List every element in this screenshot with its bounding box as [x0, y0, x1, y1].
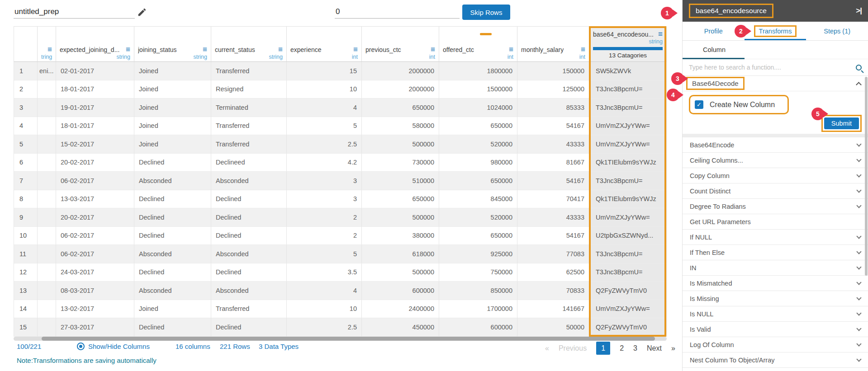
previous-button[interactable]: Previous: [559, 344, 587, 352]
table-row[interactable]: 1413-02-2017JoinedTransferred10240000017…: [14, 300, 667, 319]
table-row[interactable]: 319-01-2017JoinedTerminated4650000102400…: [14, 99, 667, 117]
column-type-label: int: [290, 54, 358, 60]
column-header-joining-status[interactable]: joining_status≡string: [134, 27, 211, 62]
column-header-experience[interactable]: experience≡int: [287, 27, 362, 62]
function-item-get-url-parameters[interactable]: Get URL Parameters: [683, 214, 868, 230]
create-new-column-option[interactable]: ✓ Create New Column: [689, 95, 789, 114]
column-menu-icon[interactable]: ≡: [278, 46, 283, 53]
table-row[interactable]: 218-01-2017JoinedResigned102000000150000…: [14, 80, 667, 99]
function-item-is-null[interactable]: Is NULL: [683, 306, 868, 322]
column-menu-icon[interactable]: ≡: [509, 46, 513, 53]
column-menu-icon[interactable]: ≡: [658, 30, 663, 38]
column-header-previous-ctc[interactable]: previous_ctc≡int: [362, 27, 439, 62]
panel-scrollbar-thumb[interactable]: [865, 77, 868, 276]
chevron-down-icon[interactable]: [856, 203, 861, 208]
page-button-2[interactable]: 2: [620, 344, 624, 352]
column-menu-icon[interactable]: ≡: [126, 46, 130, 53]
chevron-down-icon[interactable]: [856, 326, 861, 331]
prep-name-input[interactable]: [14, 5, 135, 19]
table-row[interactable]: 813-03-2017DeclinedDeclined3650000845000…: [14, 190, 667, 209]
table-cell: Declined: [134, 318, 211, 337]
function-item-is-missing[interactable]: Is Missing: [683, 291, 868, 306]
function-search-input[interactable]: [689, 64, 856, 71]
table-row[interactable]: 515-02-2017JoinedTransferred2.5500000520…: [14, 135, 667, 154]
function-item-base64encode[interactable]: Base64Encode: [683, 137, 868, 153]
chevron-down-icon[interactable]: [856, 357, 861, 362]
column-menu-icon[interactable]: ≡: [431, 46, 435, 53]
function-item-is-mismatched[interactable]: Is Mismatched: [683, 276, 868, 291]
horizontal-scrollbar[interactable]: [14, 337, 667, 341]
chevron-down-icon[interactable]: [856, 264, 861, 269]
table-row[interactable]: 620-02-2017DeclinedDeclineed4.2730000980…: [14, 154, 667, 172]
table-cell: 5: [287, 117, 362, 136]
table-row[interactable]: 1106-02-2017AbscondedAbsconded5618000925…: [14, 245, 667, 263]
table-row[interactable]: 1224-03-2017DeclinedDeclined3.5500000750…: [14, 263, 667, 282]
create-new-column-checkbox[interactable]: ✓: [695, 100, 703, 109]
table-cell: Joined: [134, 99, 211, 117]
table-cell: 18-01-2017: [56, 80, 134, 99]
table-cell: [38, 117, 56, 136]
column-header-offered-ctc[interactable]: offered_ctc≡int: [439, 27, 517, 62]
function-item-nest-column-to-object-array[interactable]: Nest Column To Object/Array: [683, 352, 868, 368]
chevron-down-icon[interactable]: [856, 157, 861, 162]
chevron-down-icon[interactable]: [856, 188, 861, 193]
chevron-down-icon[interactable]: [856, 310, 861, 315]
horizontal-scrollbar-thumb[interactable]: [42, 337, 655, 341]
function-item-base64decode[interactable]: Base64Decode: [683, 76, 868, 91]
chevron-down-icon[interactable]: [856, 249, 861, 254]
chevron-down-icon[interactable]: [856, 280, 861, 285]
chevron-down-icon[interactable]: [856, 295, 861, 300]
column-menu-icon[interactable]: ≡: [203, 46, 207, 53]
table-row[interactable]: 706-02-2017AbscondedAbsconded35100006500…: [14, 172, 667, 190]
table-cell: Declined: [134, 190, 211, 209]
page-button-3[interactable]: 3: [633, 344, 637, 352]
table-row[interactable]: 1006-02-2017DeclinedDeclined238000065000…: [14, 227, 667, 245]
column-header-col1[interactable]: ≡tring: [38, 27, 56, 62]
table-cell: 1800000: [439, 62, 517, 80]
column-header-current-status[interactable]: current_status≡string: [211, 27, 287, 62]
show-hide-columns-button[interactable]: Show/Hide Columns: [77, 343, 150, 350]
function-item-if-then-else[interactable]: If Then Else: [683, 245, 868, 260]
column-menu-icon[interactable]: ≡: [353, 46, 358, 53]
submit-button[interactable]: Submit: [824, 117, 859, 129]
table-row[interactable]: 1eni...02-01-2017JoinedTransferred152000…: [14, 62, 667, 80]
tab-transforms[interactable]: Transforms: [745, 22, 806, 40]
next-button[interactable]: Next: [647, 344, 662, 352]
table-cell: [38, 99, 56, 117]
next-arrow[interactable]: »: [671, 344, 675, 352]
table-row[interactable]: 1308-03-2017AbscondedAbsconded4600000850…: [14, 282, 667, 300]
chevron-down-icon[interactable]: [856, 341, 861, 346]
column-header-monthly-salary[interactable]: monthly_salary≡int: [517, 27, 589, 62]
collapse-panel-icon[interactable]: >|: [856, 6, 862, 15]
function-item-is-valid[interactable]: Is Valid: [683, 322, 868, 337]
function-item-copy-column[interactable]: Copy Column: [683, 168, 868, 183]
tab-column[interactable]: Column: [703, 46, 726, 53]
chevron-up-icon[interactable]: [856, 82, 862, 88]
function-item-count-distinct[interactable]: Count Distinct: [683, 183, 868, 199]
page-button-1[interactable]: 1: [596, 342, 610, 355]
tab-steps-1-[interactable]: Steps (1): [806, 22, 868, 40]
function-item-if-null[interactable]: If NULL: [683, 230, 868, 245]
skip-rows-input[interactable]: [335, 5, 460, 19]
column-header-expected-joining-d-[interactable]: expected_joining_d...≡string: [56, 27, 134, 62]
table-row[interactable]: 418-01-2017JoinedTransferred558000065000…: [14, 117, 667, 136]
skip-rows-button[interactable]: Skip Rows: [462, 5, 510, 20]
rows-count: 221 Rows: [220, 343, 250, 350]
function-item-log-of-column[interactable]: Log Of Column: [683, 337, 868, 352]
function-item-ceiling-columns-[interactable]: Ceiling Columns...: [683, 153, 868, 168]
function-item-in[interactable]: IN: [683, 260, 868, 276]
column-header-col0[interactable]: [14, 27, 38, 62]
search-icon[interactable]: [856, 65, 862, 70]
edit-pencil-icon[interactable]: [137, 7, 147, 17]
function-item-degree-to-radians[interactable]: Degree To Radians: [683, 199, 868, 214]
column-menu-icon[interactable]: ≡: [581, 46, 585, 53]
column-menu-icon[interactable]: ≡: [47, 46, 52, 53]
chevron-down-icon[interactable]: [856, 141, 861, 146]
annotation-badge-5: 5: [811, 108, 824, 120]
chevron-down-icon[interactable]: [856, 172, 861, 177]
column-header-base64-encodesou-[interactable]: base64_encodesou...≡string13 Catagories: [589, 27, 667, 62]
previous-arrow[interactable]: «: [545, 344, 549, 352]
table-row[interactable]: 1527-03-2017DeclinedDeclined2.5450000600…: [14, 318, 667, 337]
table-row[interactable]: 920-02-2017DeclinedDeclined2500000520000…: [14, 208, 667, 227]
chevron-down-icon[interactable]: [856, 234, 861, 239]
